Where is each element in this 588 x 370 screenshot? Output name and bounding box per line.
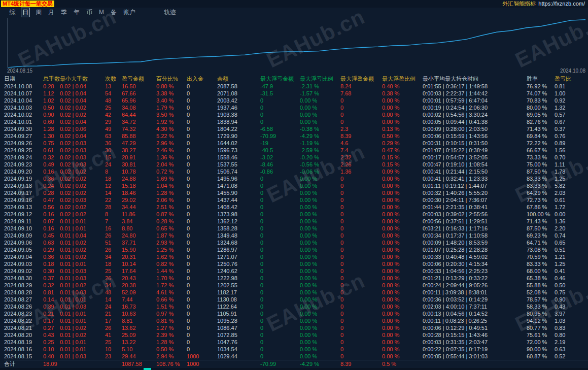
cell: 0.00 %	[382, 303, 423, 310]
cell: 1222.98	[217, 275, 260, 282]
cell: 1.27 %	[156, 324, 187, 331]
cell: 68.00 %	[527, 267, 555, 275]
cell: 0	[187, 196, 217, 204]
cell: 0	[187, 282, 217, 289]
brand-url-link[interactable]: https://fxznzb.com/	[538, 1, 585, 7]
cell: 0.13 %	[382, 125, 423, 132]
menu-item-月[interactable]: 月	[47, 8, 55, 17]
cell: 0.45	[43, 232, 60, 239]
table-row: 2024.09.130.560.02 | 0.022834.442.51 %01…	[4, 204, 588, 211]
cell: -6.58	[260, 125, 300, 132]
menu-item-M[interactable]: M	[98, 9, 105, 16]
chart-date-axis: 2024.08.15 2024.10.08	[7, 68, 585, 74]
menu-item-日[interactable]: 日	[21, 8, 30, 17]
cell: 0	[340, 267, 382, 275]
cell: 0:00:28 | 0:15:15 | 1:43:46	[423, 331, 527, 339]
cell: 0.61	[43, 147, 60, 154]
column-header: 盈亏金额	[122, 75, 156, 83]
cell: 0:00:03 | 2:22:37 | 1:44:42	[423, 90, 527, 97]
table-row: 2024.09.230.490.02 | 0.032430.812.04 %01…	[4, 161, 588, 168]
cell: 0.02 | 0.04	[60, 97, 105, 104]
cell: 0.00 %	[382, 104, 423, 111]
cell: 0:03:21 | 0:16:33 | 1:17:16	[423, 225, 527, 232]
cell: 0.00 %	[300, 296, 340, 303]
cell: 1086.47	[217, 324, 260, 331]
cell: 0	[340, 189, 382, 196]
cell: 0.01 | 0.04	[60, 232, 105, 239]
cell: 0:00:33 | 1:04:56 | 2:25:23	[423, 267, 527, 275]
cell: 2024.10.02	[4, 111, 43, 118]
cell: 0.50 %	[382, 132, 423, 140]
cell: 0	[187, 182, 217, 189]
cell: 0	[187, 111, 217, 118]
cell: 0	[260, 317, 300, 324]
brand-label: 外汇智能指标	[502, 1, 536, 7]
cell: 2024.09.02	[4, 267, 43, 275]
cell: 0.80	[555, 331, 588, 339]
cell: -1.57 %	[300, 90, 340, 97]
cell: 1.03	[555, 317, 588, 324]
cell: -19	[260, 140, 300, 147]
menu-item-币[interactable]: 币	[85, 8, 93, 17]
cell: 0	[340, 239, 382, 246]
table-header-row: 日期总手数最小大手数次数盈亏金额百分比%出入金余额最大浮亏金额最大浮亏比例最大浮…	[4, 75, 588, 83]
mt4-statistics-window: MT4统计每一笔交易 外汇智能指标https://fxznzb.com/ 综日周…	[0, 0, 588, 370]
table-row: 2024.09.240.320.02 | 0.031520.911.36 %01…	[4, 154, 588, 161]
cell: 0.00 %	[300, 303, 340, 310]
cell: 0:00:36 | 0:03:52 | 0:14:29	[423, 296, 527, 303]
cell: 0.01 | 0.01	[60, 339, 105, 346]
cell: 8.80	[122, 225, 156, 232]
cell: 0:00:34 | 0:17:37 | 1:10:58	[423, 232, 527, 239]
menu-item-备[interactable]: 备	[110, 8, 118, 17]
cell: 60.87 %	[527, 353, 555, 360]
bottom-scrollbar[interactable]	[0, 368, 588, 370]
cell: 0	[187, 324, 217, 331]
cell: 1.25	[555, 260, 588, 267]
cell: 0.00 %	[382, 189, 423, 196]
cell: -4.29 %	[300, 132, 340, 140]
table-row: 2024.09.180.240.02 | 0.021215.181.04 %01…	[4, 182, 588, 189]
cell: 0.65 %	[156, 225, 187, 232]
menu-item-综[interactable]: 综	[8, 8, 16, 17]
cell: 2.3	[340, 125, 382, 132]
cell: 0	[260, 204, 300, 211]
cell: 0	[187, 246, 217, 253]
scroll-thumb[interactable]	[144, 368, 151, 370]
cell: 0.01 | 0.03	[60, 353, 105, 360]
cell: 15	[105, 154, 122, 161]
menu-item-账户[interactable]: 账户	[122, 8, 136, 17]
cell: 83.33 %	[527, 182, 555, 189]
cell: 0	[187, 289, 217, 296]
cell: 7.68	[340, 90, 382, 97]
cell: 0	[187, 132, 217, 140]
cell: 0	[340, 339, 382, 346]
cell: 0.74	[555, 232, 588, 239]
cell: 0	[260, 182, 300, 189]
cell: 24	[105, 303, 122, 310]
cell: 21	[105, 310, 122, 317]
column-header: 总手数	[43, 75, 60, 83]
cell: 2024.09.17	[4, 189, 43, 196]
menu-item-周[interactable]: 周	[34, 8, 43, 17]
cell: 0.61	[555, 196, 588, 204]
cell: 0	[187, 239, 217, 246]
menu-item-季[interactable]: 季	[60, 8, 68, 17]
cell: 0.00 %	[382, 204, 423, 211]
cell: 0	[260, 260, 300, 267]
cell: 69.84 %	[527, 132, 555, 140]
cell: 0	[187, 175, 217, 182]
cell: 0.09 %	[382, 168, 423, 175]
cell: 36	[105, 140, 122, 147]
cell: 0.00 %	[300, 317, 340, 324]
menu-item-track[interactable]: 轨迹	[163, 8, 177, 17]
cell: 0.00 %	[382, 282, 423, 289]
cell: 8.24	[340, 83, 382, 90]
cell: 63	[105, 132, 122, 140]
cell: 0.00 %	[300, 182, 340, 189]
cell: 52.08 %	[527, 289, 555, 296]
cell: 8.39	[340, 132, 382, 140]
cell: 2.06 %	[156, 196, 187, 204]
cell: -47.9	[260, 83, 300, 90]
menu-item-年[interactable]: 年	[73, 8, 81, 17]
cell: 13.22	[122, 339, 156, 346]
